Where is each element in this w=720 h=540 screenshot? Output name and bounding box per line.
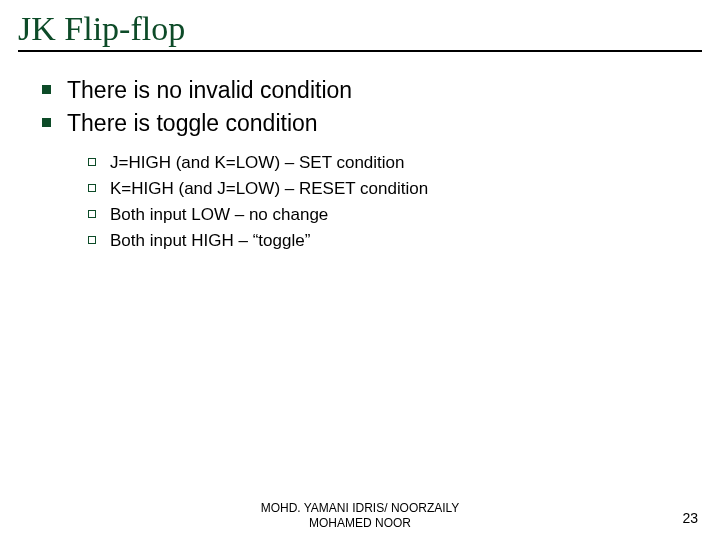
title-area: JK Flip-flop: [0, 0, 720, 58]
footer-line-2: MOHAMED NOOR: [0, 516, 720, 530]
list-item-text: There is toggle condition: [67, 109, 318, 138]
list-item-text: There is no invalid condition: [67, 76, 352, 105]
footer-author: MOHD. YAMANI IDRIS/ NOORZAILY MOHAMED NO…: [0, 501, 720, 530]
sub-list-item: J=HIGH (and K=LOW) – SET condition: [88, 152, 690, 174]
sub-list-item-text: J=HIGH (and K=LOW) – SET condition: [110, 152, 404, 174]
sub-list-item: Both input LOW – no change: [88, 204, 690, 226]
list-item: There is toggle condition: [42, 109, 690, 138]
title-underline: [18, 50, 702, 52]
sub-list-item: Both input HIGH – “toggle”: [88, 230, 690, 252]
sublist: J=HIGH (and K=LOW) – SET condition K=HIG…: [42, 142, 690, 252]
sub-list-item-text: Both input HIGH – “toggle”: [110, 230, 310, 252]
square-bullet-icon: [42, 85, 51, 94]
page-number: 23: [682, 510, 698, 526]
footer-line-1: MOHD. YAMANI IDRIS/ NOORZAILY: [0, 501, 720, 515]
sub-list-item-text: K=HIGH (and J=LOW) – RESET condition: [110, 178, 428, 200]
square-bullet-icon: [42, 118, 51, 127]
hollow-square-bullet-icon: [88, 236, 96, 244]
hollow-square-bullet-icon: [88, 184, 96, 192]
list-item: There is no invalid condition: [42, 76, 690, 105]
hollow-square-bullet-icon: [88, 158, 96, 166]
slide-title: JK Flip-flop: [18, 10, 702, 48]
hollow-square-bullet-icon: [88, 210, 96, 218]
sub-list-item: K=HIGH (and J=LOW) – RESET condition: [88, 178, 690, 200]
sub-list-item-text: Both input LOW – no change: [110, 204, 328, 226]
content-area: There is no invalid condition There is t…: [0, 58, 720, 252]
